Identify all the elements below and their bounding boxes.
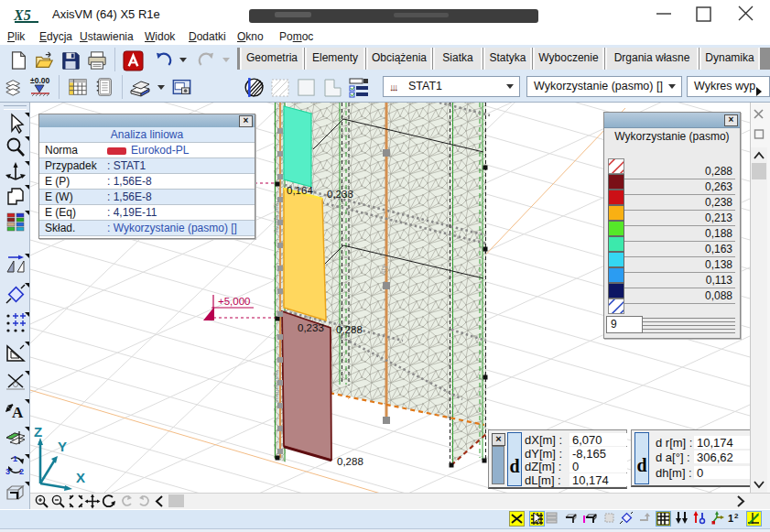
- svg-text:1: 1: [728, 513, 733, 524]
- svg-text:0,164: 0,164: [287, 185, 313, 196]
- svg-text:Z: Z: [34, 424, 42, 440]
- svg-text:0,288: 0,288: [337, 456, 363, 467]
- svg-text:A: A: [12, 404, 24, 421]
- svg-text:X5: X5: [13, 7, 31, 23]
- svg-text:0,233: 0,233: [327, 189, 353, 200]
- svg-text:1: 1: [13, 454, 17, 463]
- svg-text:0,288: 0,288: [336, 324, 363, 335]
- svg-text:0,233: 0,233: [298, 322, 324, 333]
- svg-text:X: X: [76, 470, 85, 485]
- svg-text:+5,000: +5,000: [218, 296, 251, 307]
- svg-text:3: 3: [5, 467, 10, 476]
- svg-text:±0.00: ±0.00: [30, 76, 49, 85]
- svg-text:Y: Y: [58, 439, 67, 454]
- svg-text:2: 2: [19, 467, 24, 476]
- svg-text:sciana zelb: sciana zelb: [273, 201, 279, 233]
- svg-text:2: 2: [734, 512, 739, 520]
- svg-text:sciana zelb: sciana zelb: [273, 371, 279, 403]
